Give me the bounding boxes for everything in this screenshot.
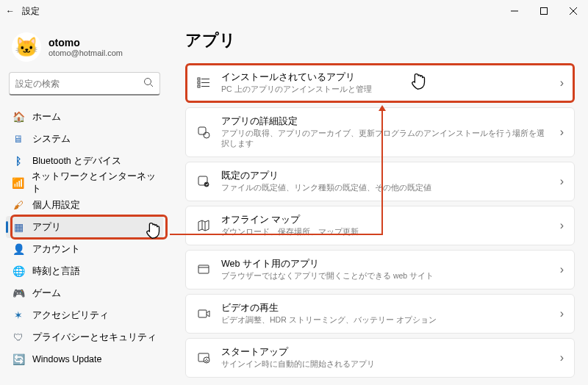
sidebar-item-update[interactable]: 🔄Windows Update [6, 348, 163, 370]
sidebar-item-label: ネットワークとインターネット [32, 170, 157, 195]
card-desc: アプリの取得、アプリのアーカイブ、更新プログラムのアンインストールを行う場所を選… [221, 129, 550, 149]
sidebar-item-label: システム [32, 133, 71, 145]
titlebar: ← 設定 [0, 0, 588, 22]
video-icon [196, 307, 211, 320]
svg-rect-6 [198, 78, 200, 80]
back-icon[interactable]: ← [6, 6, 15, 16]
card-advanced-app-settings[interactable]: アプリの詳細設定アプリの取得、アプリのアーカイブ、更新プログラムのアンインストー… [185, 107, 575, 157]
profile-email: otomo@hotmail.com [49, 48, 123, 57]
account-icon: 👤 [12, 243, 25, 255]
sidebar-item-label: ゲーム [32, 287, 61, 300]
wifi-icon: 📶 [12, 177, 24, 189]
svg-point-4 [145, 78, 151, 84]
sidebar-item-label: アカウント [32, 243, 80, 256]
svg-rect-7 [198, 82, 200, 84]
bluetooth-icon: ᛒ [12, 155, 25, 167]
startup-icon [196, 351, 211, 364]
accessibility-icon: ✶ [12, 309, 25, 321]
card-title: 既定のアプリ [221, 170, 550, 182]
card-installed-apps[interactable]: インストールされているアプリPC 上のアプリのアンインストールと管理 › [185, 63, 575, 103]
svg-point-15 [204, 182, 209, 187]
card-desc: サインイン時に自動的に開始されるアプリ [221, 359, 550, 370]
svg-rect-1 [541, 8, 548, 15]
card-title: スタートアップ [221, 346, 550, 359]
gear-app-icon [196, 126, 211, 139]
sidebar-item-label: Windows Update [32, 354, 102, 364]
sidebar-item-home[interactable]: 🏠ホーム [6, 106, 163, 128]
sidebar-item-label: ホーム [32, 111, 61, 123]
sidebar-item-accounts[interactable]: 👤アカウント [6, 238, 163, 260]
sidebar-item-personalization[interactable]: 🖌個人用設定 [6, 194, 163, 216]
sidebar-item-label: Bluetooth とデバイス [32, 155, 121, 168]
sidebar: 🐱 otomo otomo@hotmail.com 🏠ホーム 🖥システム ᛒBl… [0, 22, 169, 385]
globe-icon: 🌐 [12, 265, 25, 277]
minimize-button[interactable] [500, 0, 529, 22]
svg-rect-8 [198, 85, 200, 87]
card-offline-maps[interactable]: オフライン マップダウンロード、保存場所、マップ更新 › [185, 206, 575, 245]
maximize-button[interactable] [529, 0, 559, 22]
home-icon: 🏠 [12, 111, 25, 123]
card-title: アプリの詳細設定 [221, 115, 550, 128]
svg-rect-20 [198, 310, 207, 317]
card-desc: ダウンロード、保存場所、マップ更新 [221, 227, 550, 237]
card-desc: PC 上のアプリのアンインストールと管理 [221, 84, 550, 95]
map-icon [196, 219, 211, 232]
chevron-right-icon: › [560, 351, 564, 364]
sidebar-item-apps[interactable]: ▦アプリ [6, 216, 163, 238]
card-desc: ファイルの既定値、リンク種類の既定値、その他の既定値 [221, 183, 550, 193]
sidebar-item-label: アクセシビリティ [32, 309, 109, 322]
svg-line-5 [151, 84, 154, 87]
profile-name: otomo [49, 37, 123, 48]
gaming-icon: 🎮 [12, 287, 25, 299]
chevron-right-icon: › [560, 126, 564, 139]
sidebar-item-time[interactable]: 🌐時刻と言語 [6, 260, 163, 282]
update-icon: 🔄 [12, 353, 25, 365]
card-desc: ブラウザーではなくアプリで開くことができる web サイト [221, 271, 550, 281]
sidebar-item-label: 個人用設定 [32, 199, 80, 212]
system-icon: 🖥 [12, 133, 25, 145]
card-desc: ビデオ調整、HDR ストリーミング、バッテリー オプション [221, 315, 550, 325]
sidebar-item-accessibility[interactable]: ✶アクセシビリティ [6, 304, 163, 326]
search-icon [143, 77, 154, 90]
card-title: ビデオの再生 [221, 302, 550, 314]
close-button[interactable] [559, 0, 588, 22]
chevron-right-icon: › [560, 307, 564, 320]
card-website-apps[interactable]: Web サイト用のアプリブラウザーではなくアプリで開くことができる web サイ… [185, 250, 575, 289]
window-title: 設定 [22, 5, 40, 18]
card-title: Web サイト用のアプリ [221, 258, 550, 270]
sidebar-item-bluetooth[interactable]: ᛒBluetooth とデバイス [6, 150, 163, 172]
sidebar-item-gaming[interactable]: 🎮ゲーム [6, 282, 163, 304]
card-title: インストールされているアプリ [221, 71, 550, 84]
list-icon [196, 76, 211, 90]
sidebar-item-system[interactable]: 🖥システム [6, 128, 163, 150]
chevron-right-icon: › [560, 263, 564, 276]
apps-icon: ▦ [12, 221, 25, 233]
chevron-right-icon: › [560, 76, 564, 90]
page-title: アプリ [185, 29, 575, 51]
card-default-apps[interactable]: 既定のアプリファイルの既定値、リンク種類の既定値、その他の既定値 › [185, 162, 575, 201]
sidebar-item-label: 時刻と言語 [32, 265, 80, 278]
search-field[interactable] [15, 79, 143, 89]
nav: 🏠ホーム 🖥システム ᛒBluetooth とデバイス 📶ネットワークとインター… [6, 106, 163, 370]
search-input[interactable] [9, 72, 160, 96]
main: アプリ インストールされているアプリPC 上のアプリのアンインストールと管理 ›… [169, 22, 588, 385]
sidebar-item-privacy[interactable]: 🛡プライバシーとセキュリティ [6, 326, 163, 348]
default-app-icon [196, 175, 211, 188]
card-startup[interactable]: スタートアップサインイン時に自動的に開始されるアプリ › [185, 338, 575, 378]
card-title: オフライン マップ [221, 214, 550, 226]
brush-icon: 🖌 [12, 199, 25, 211]
card-video-playback[interactable]: ビデオの再生ビデオ調整、HDR ストリーミング、バッテリー オプション › [185, 294, 575, 334]
svg-point-13 [204, 132, 209, 138]
svg-rect-18 [198, 265, 209, 273]
sidebar-item-label: プライバシーとセキュリティ [32, 331, 157, 344]
sidebar-item-label: アプリ [32, 221, 61, 234]
sidebar-item-network[interactable]: 📶ネットワークとインターネット [6, 172, 163, 194]
shield-icon: 🛡 [12, 331, 25, 343]
avatar: 🐱 [12, 32, 41, 62]
website-icon [196, 263, 211, 276]
profile[interactable]: 🐱 otomo otomo@hotmail.com [6, 22, 163, 72]
chevron-right-icon: › [560, 219, 564, 232]
chevron-right-icon: › [560, 175, 564, 188]
